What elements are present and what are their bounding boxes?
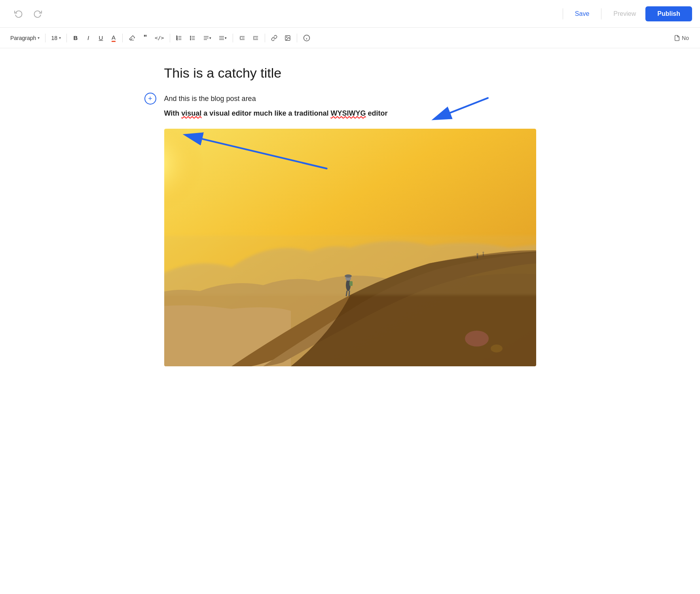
italic-button[interactable]: I xyxy=(83,32,94,43)
visual-word: visual xyxy=(181,109,201,117)
paragraph-label: Paragraph xyxy=(10,35,36,41)
divider-indent xyxy=(265,34,265,42)
top-bar: Save Preview Publish xyxy=(0,0,700,28)
divider-size xyxy=(66,34,67,42)
body-line-2: With visual a visual editor much like a … xyxy=(164,107,536,120)
format-bar: Paragraph ▾ 18 ▾ B I U A " </> 1.2.3. ▾ … xyxy=(0,28,700,48)
unordered-list-button[interactable] xyxy=(187,33,199,43)
svg-point-34 xyxy=(345,274,352,278)
save-button[interactable]: Save xyxy=(569,8,595,20)
publish-button[interactable]: Publish xyxy=(645,6,692,21)
svg-line-36 xyxy=(346,291,347,296)
wysiwyg-word: WYSIWYG xyxy=(330,109,366,117)
divider-basic xyxy=(122,34,123,42)
link-button[interactable] xyxy=(268,33,280,43)
add-block-container: + xyxy=(144,93,156,105)
paragraph-style-dropdown[interactable]: Paragraph ▾ xyxy=(8,33,42,43)
editor-image xyxy=(164,129,536,366)
font-size-chevron-icon: ▾ xyxy=(59,36,61,40)
font-size-value: 18 xyxy=(51,35,57,41)
media-button[interactable] xyxy=(282,33,294,43)
svg-point-25 xyxy=(286,36,287,37)
divider-block xyxy=(170,34,170,42)
svg-rect-38 xyxy=(477,255,478,259)
body-with-prefix: With xyxy=(164,109,182,117)
add-icon: + xyxy=(148,95,152,103)
body-middle: a visual editor much like a traditional xyxy=(201,109,330,117)
divider-1 xyxy=(563,8,563,19)
code-button[interactable]: </> xyxy=(152,33,167,43)
line-height-dropdown[interactable]: ▾ xyxy=(216,33,230,43)
font-color-label: A xyxy=(112,34,116,42)
ordered-list-button[interactable]: 1.2.3. xyxy=(173,33,185,43)
divider-align xyxy=(233,34,233,42)
blockquote-button[interactable]: " xyxy=(139,32,150,44)
indent-increase-button[interactable] xyxy=(250,33,262,43)
svg-line-37 xyxy=(349,291,349,296)
svg-point-9 xyxy=(190,36,191,37)
undo-button[interactable] xyxy=(12,7,25,21)
svg-text:3.: 3. xyxy=(176,38,178,40)
notes-label: No xyxy=(682,35,689,41)
svg-point-39 xyxy=(476,253,478,255)
redo-button[interactable] xyxy=(31,7,44,21)
svg-point-11 xyxy=(190,39,191,40)
clear-format-button[interactable] xyxy=(126,33,138,43)
divider-2 xyxy=(601,8,601,19)
undo-redo-group xyxy=(8,7,44,21)
editor-content-area: + And this is the blog post area With vi… xyxy=(164,93,536,366)
notes-button[interactable]: No xyxy=(671,33,692,43)
body-suffix: editor xyxy=(366,109,387,117)
preview-button[interactable]: Preview xyxy=(608,8,641,20)
toolbar-right: No xyxy=(671,33,692,43)
editor-title[interactable]: This is a catchy title xyxy=(164,64,536,82)
body-line-1: And this is the blog post area xyxy=(164,93,536,105)
editor-container: This is a catchy title + And this is the… xyxy=(133,48,568,390)
bold-button[interactable]: B xyxy=(70,32,81,43)
desert-scene xyxy=(164,129,536,366)
svg-point-41 xyxy=(482,252,484,253)
add-block-button[interactable]: + xyxy=(144,93,156,105)
font-color-button[interactable]: A xyxy=(108,32,119,44)
svg-rect-35 xyxy=(349,281,353,286)
underline-button[interactable]: U xyxy=(95,32,106,43)
svg-point-42 xyxy=(465,331,489,346)
align-dropdown[interactable]: ▾ xyxy=(200,33,214,43)
font-size-dropdown[interactable]: 18 ▾ xyxy=(49,33,63,43)
divider-media xyxy=(297,34,297,42)
info-button[interactable] xyxy=(300,32,313,44)
svg-point-43 xyxy=(491,345,503,352)
indent-decrease-button[interactable] xyxy=(236,33,248,43)
editor-body[interactable]: And this is the blog post area With visu… xyxy=(164,93,536,119)
paragraph-chevron-icon: ▾ xyxy=(38,36,40,40)
svg-point-10 xyxy=(190,38,191,38)
svg-rect-40 xyxy=(483,253,484,256)
divider-para xyxy=(45,34,46,42)
